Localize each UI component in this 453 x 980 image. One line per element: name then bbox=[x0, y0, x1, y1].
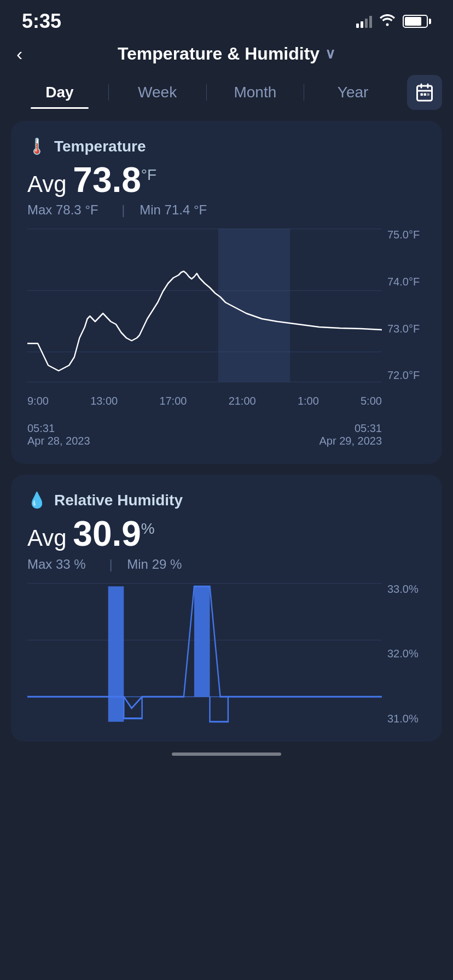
scroll-indicator bbox=[172, 752, 281, 756]
date-end-time: 05:31 bbox=[319, 422, 382, 435]
x-label-6: 5:00 bbox=[361, 395, 382, 407]
wifi-icon bbox=[380, 14, 395, 28]
x-label-2: 13:00 bbox=[90, 395, 118, 407]
humidity-chart: 33.0% 32.0% 31.0% bbox=[27, 583, 426, 725]
battery-icon bbox=[403, 15, 431, 28]
avg-number: 73.8 bbox=[73, 160, 141, 200]
status-time: 5:35 bbox=[22, 10, 61, 33]
humidity-min: Min 29 % bbox=[127, 557, 182, 571]
humidity-divider: | bbox=[109, 557, 112, 571]
x-label-5: 1:00 bbox=[298, 395, 319, 407]
y-label-4: 72.0°F bbox=[387, 369, 426, 382]
tab-year[interactable]: Year bbox=[304, 76, 402, 109]
humidity-avg-label: Avg bbox=[27, 525, 73, 551]
tab-day[interactable]: Day bbox=[11, 76, 108, 109]
y-axis-labels: 75.0°F 74.0°F 73.0°F 72.0°F bbox=[382, 229, 426, 382]
minmax-divider: | bbox=[121, 202, 125, 217]
temperature-svg bbox=[27, 229, 382, 382]
temperature-chart: 75.0°F 74.0°F 73.0°F 72.0°F 9:00 13:00 1… bbox=[27, 229, 426, 415]
date-end-date: Apr 29, 2023 bbox=[319, 435, 382, 447]
h-y-label-1: 33.0% bbox=[387, 583, 426, 596]
grid-line-4 bbox=[27, 382, 382, 382]
x-label-1: 9:00 bbox=[27, 395, 49, 407]
humidity-avg: Avg 30.9% bbox=[27, 515, 426, 553]
y-label-2: 74.0°F bbox=[387, 276, 426, 288]
humidity-minmax: Max 33 % | Min 29 % bbox=[27, 557, 426, 572]
thermometer-icon: 🌡️ bbox=[27, 137, 47, 155]
h-y-label-2: 32.0% bbox=[387, 648, 426, 660]
avg-label: Avg bbox=[27, 171, 73, 197]
h-y-label-3: 31.0% bbox=[387, 713, 426, 725]
svg-rect-6 bbox=[427, 94, 430, 96]
humidity-max: Max 33 % bbox=[27, 557, 86, 571]
tab-week[interactable]: Week bbox=[109, 76, 206, 109]
humidity-icon: 💧 bbox=[27, 491, 47, 509]
humidity-y-labels: 33.0% 32.0% 31.0% bbox=[382, 583, 426, 725]
svg-rect-7 bbox=[108, 586, 124, 722]
date-end: 05:31 Apr 29, 2023 bbox=[319, 422, 382, 447]
humidity-header: 💧 Relative Humidity bbox=[27, 491, 426, 509]
humidity-title: Relative Humidity bbox=[54, 492, 183, 509]
date-start: 05:31 Apr 28, 2023 bbox=[27, 422, 90, 447]
date-range: 05:31 Apr 28, 2023 05:31 Apr 29, 2023 bbox=[27, 422, 426, 447]
svg-rect-5 bbox=[424, 94, 427, 96]
temperature-header: 🌡️ Temperature bbox=[27, 137, 426, 155]
humidity-avg-number: 30.9 bbox=[73, 514, 141, 553]
temperature-minmax: Max 78.3 °F | Min 71.4 °F bbox=[27, 202, 426, 218]
signal-icon bbox=[356, 15, 372, 28]
svg-rect-4 bbox=[421, 94, 423, 96]
date-start-time: 05:31 bbox=[27, 422, 90, 435]
x-label-4: 21:00 bbox=[229, 395, 256, 407]
back-button[interactable]: ‹ bbox=[16, 43, 22, 65]
x-label-3: 17:00 bbox=[159, 395, 187, 407]
humidity-avg-unit: % bbox=[141, 520, 155, 537]
temp-min: Min 71.4 °F bbox=[140, 202, 207, 217]
tab-month[interactable]: Month bbox=[207, 76, 304, 109]
header: ‹ Temperature & Humidity ∨ bbox=[0, 38, 453, 75]
y-label-1: 75.0°F bbox=[387, 229, 426, 241]
page-title: Temperature & Humidity ∨ bbox=[118, 44, 335, 64]
temperature-title: Temperature bbox=[54, 138, 146, 155]
x-axis-labels: 9:00 13:00 17:00 21:00 1:00 5:00 bbox=[27, 387, 382, 415]
avg-unit: °F bbox=[141, 166, 156, 183]
svg-rect-8 bbox=[194, 586, 210, 697]
tab-bar: Day Week Month Year bbox=[0, 75, 453, 110]
calendar-icon bbox=[415, 83, 434, 102]
status-bar: 5:35 bbox=[0, 0, 453, 38]
temperature-card: 🌡️ Temperature Avg 73.8°F Max 78.3 °F | … bbox=[11, 121, 442, 464]
humidity-svg bbox=[27, 583, 382, 725]
title-text: Temperature & Humidity bbox=[118, 44, 320, 64]
chevron-down-icon[interactable]: ∨ bbox=[325, 45, 335, 62]
temperature-avg: Avg 73.8°F bbox=[27, 161, 426, 199]
temp-max: Max 78.3 °F bbox=[27, 202, 98, 217]
calendar-button[interactable] bbox=[407, 75, 442, 110]
status-icons bbox=[356, 14, 431, 28]
humidity-card: 💧 Relative Humidity Avg 30.9% Max 33 % |… bbox=[11, 475, 442, 741]
y-label-3: 73.0°F bbox=[387, 323, 426, 335]
date-start-date: Apr 28, 2023 bbox=[27, 435, 90, 447]
